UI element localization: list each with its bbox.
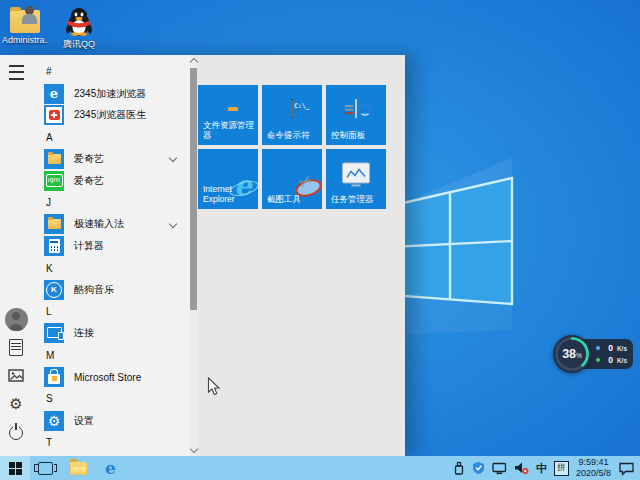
start-menu-rail: ⚙	[0, 55, 32, 456]
app-list-section-header-A[interactable]: A	[32, 126, 190, 148]
volume-tray-button[interactable]	[514, 461, 529, 475]
document-icon	[9, 339, 23, 356]
calculator-icon	[44, 236, 64, 256]
app-item-label: 极速输入法	[74, 217, 124, 231]
section-letter: S	[46, 393, 53, 404]
windows-logo-icon	[9, 462, 22, 475]
section-letter: J	[46, 197, 51, 208]
network-tray-button[interactable]	[492, 461, 507, 475]
task-view-button[interactable]	[30, 456, 61, 480]
taskbar-clock[interactable]: 9:59:41 2020/5/8	[576, 457, 611, 480]
desktop-icon-administrator[interactable]: Administra...	[2, 6, 48, 51]
app-list-item-connect[interactable]: 连接	[32, 323, 190, 345]
tile-label: 控制面板	[331, 131, 383, 141]
start-tiles-area: 文件资源管理器命令提示符控制面板eInternet Explorer✂截图工具任…	[190, 55, 405, 456]
user-avatar-icon	[5, 308, 28, 331]
desktop-icons: Administra... 腾讯QQ	[2, 6, 102, 51]
app-list-item-jisu-ime-folder[interactable]: 极速输入法	[32, 214, 190, 236]
app-list-item-2345-browser[interactable]: e2345加速浏览器	[32, 83, 190, 105]
app-list-item-calculator[interactable]: 计算器	[32, 235, 190, 257]
tile-cmd[interactable]: 命令提示符	[262, 85, 322, 145]
task-view-icon	[38, 462, 53, 475]
app-item-label: Microsoft Store	[74, 372, 141, 383]
app-list-item-kugou-music[interactable]: K酷狗音乐	[32, 279, 190, 301]
pictures-icon	[8, 369, 24, 382]
start-button[interactable]	[0, 456, 30, 480]
tile-control-panel[interactable]: 控制面板	[326, 85, 386, 145]
app-list-item-settings[interactable]: ⚙设置	[32, 410, 190, 432]
usb-icon	[453, 461, 465, 475]
app-list: #e2345加速浏览器2345浏览器医生A爱奇艺iQIYI爱奇艺J极速输入法计算…	[32, 55, 190, 456]
store-icon	[44, 367, 64, 387]
ie-icon: e	[105, 460, 116, 477]
scrollbar-thumb[interactable]	[190, 68, 197, 310]
app-list-section-header-T[interactable]: T	[32, 432, 190, 454]
tile-label: Internet Explorer	[203, 185, 255, 205]
app-list-section-header-S[interactable]: S	[32, 388, 190, 410]
app-list-item-iqiyi-folder[interactable]: 爱奇艺	[32, 148, 190, 170]
usb-device-tray-button[interactable]	[453, 461, 465, 475]
security-center-tray-button[interactable]	[472, 461, 485, 475]
ime-shape-button[interactable]: 拼	[554, 461, 569, 476]
section-letter: #	[46, 66, 52, 77]
pictures-button[interactable]	[0, 369, 32, 382]
file-explorer-taskbar-button[interactable]	[61, 456, 96, 480]
internet-explorer-taskbar-button[interactable]: e	[96, 456, 125, 480]
ime-language-button[interactable]: 中	[536, 461, 547, 476]
app-list-item-2345-doctor[interactable]: 2345浏览器医生	[32, 105, 190, 127]
app-list-section-header-J[interactable]: J	[32, 192, 190, 214]
settings-icon: ⚙	[44, 411, 64, 431]
action-center-button[interactable]	[618, 461, 635, 476]
tile-snipping-tool[interactable]: ✂截图工具	[262, 149, 322, 209]
app-list-section-header-K[interactable]: K	[32, 257, 190, 279]
app-item-label: 爱奇艺	[74, 174, 104, 188]
desktop-icon-label: Administra...	[2, 35, 48, 45]
iqiyi-icon: iQIYI	[44, 171, 64, 191]
app-item-label: 设置	[74, 414, 94, 428]
memory-usage-ball[interactable]: 38%	[553, 335, 591, 373]
user-account-button[interactable]	[0, 308, 32, 331]
power-button[interactable]	[0, 426, 32, 440]
app-item-label: 爱奇艺	[74, 152, 104, 166]
control-panel-icon	[355, 100, 357, 118]
settings-button[interactable]: ⚙	[0, 397, 32, 412]
app-list-item-iqiyi[interactable]: iQIYI爱奇艺	[32, 170, 190, 192]
app-folder-icon	[44, 149, 64, 169]
app-list-section-header-M[interactable]: M	[32, 344, 190, 366]
download-speed-row: 0K/s	[596, 355, 633, 365]
section-letter: T	[46, 437, 52, 448]
start-menu: ⚙ #e2345加速浏览器2345浏览器医生A爱奇艺iQIYI爱奇艺J极速输入法…	[0, 55, 405, 456]
chevron-down-icon[interactable]	[169, 154, 177, 162]
app-item-label: 连接	[74, 326, 94, 340]
section-letter: A	[46, 132, 53, 143]
tile-internet-explorer[interactable]: eInternet Explorer	[198, 149, 258, 209]
app-list-scrollbar[interactable]	[190, 55, 197, 456]
clock-time: 9:59:41	[576, 457, 611, 468]
expand-menu-button[interactable]	[0, 65, 32, 80]
download-value: 0	[608, 355, 613, 365]
upload-dot-icon	[596, 346, 600, 350]
task-manager-icon	[342, 163, 370, 184]
taskbar: e	[0, 456, 640, 480]
upload-value: 0	[608, 343, 613, 353]
section-letter: L	[46, 306, 52, 317]
speaker-muted-icon	[514, 461, 529, 475]
documents-button[interactable]	[0, 339, 32, 356]
tile-grid: 文件资源管理器命令提示符控制面板eInternet Explorer✂截图工具任…	[198, 85, 386, 209]
app-list-item-microsoft-store[interactable]: Microsoft Store	[32, 366, 190, 388]
tile-label: 文件资源管理器	[203, 121, 255, 141]
action-center-icon	[618, 461, 635, 476]
app-list-section-header-L[interactable]: L	[32, 301, 190, 323]
tile-label: 截图工具	[267, 195, 319, 205]
scroll-up-icon[interactable]	[189, 58, 197, 66]
accelerator-ball-widget[interactable]: 0K/s 0K/s 38%	[550, 334, 636, 374]
desktop-icon-tencent-qq[interactable]: 腾讯QQ	[56, 6, 102, 51]
chevron-down-icon[interactable]	[169, 219, 177, 227]
browser-2345-icon: e	[44, 84, 64, 104]
scroll-down-icon[interactable]	[189, 445, 197, 453]
tile-file-explorer[interactable]: 文件资源管理器	[198, 85, 258, 145]
system-tray: 中 拼 9:59:41 2020/5/8	[453, 457, 640, 480]
app-item-label: 2345浏览器医生	[74, 108, 146, 122]
app-list-section-header-#[interactable]: #	[32, 61, 190, 83]
tile-task-manager[interactable]: 任务管理器	[326, 149, 386, 209]
